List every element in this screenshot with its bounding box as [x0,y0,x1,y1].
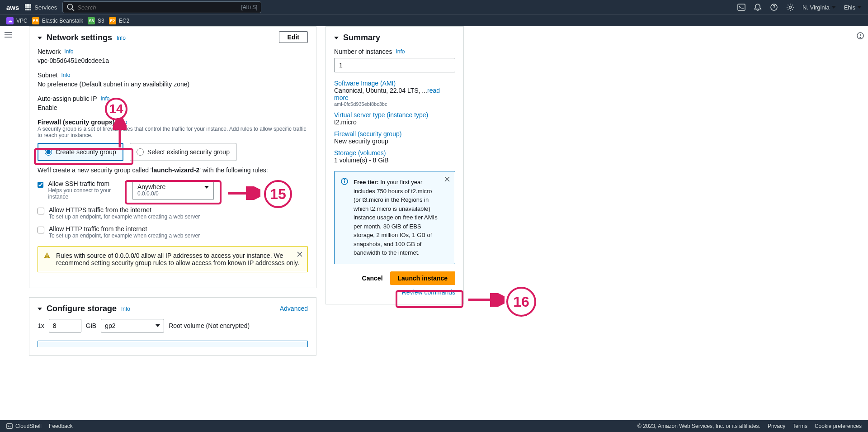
elastic-beanstalk-icon: EB [32,17,39,24]
network-field-info-link[interactable]: Info [64,48,73,55]
search-shortcut: [Alt+S] [241,4,258,10]
allow-http-sublabel: To set up an endpoint, for example when … [49,233,200,239]
storage-value: 1 volume(s) - 8 GiB [334,157,455,164]
terms-link[interactable]: Terms [793,423,807,429]
cancel-button[interactable]: Cancel [362,275,383,282]
allow-ssh-checkbox[interactable] [38,181,43,188]
s3-icon: S3 [88,17,95,24]
svg-rect-2 [29,4,31,6]
aws-logo[interactable]: aws [6,4,19,11]
num-instances-label: Number of instances [334,48,392,55]
ssh-source-line1: Anywhere [137,183,209,190]
instance-type-label[interactable]: Virtual server type (instance type) [334,111,455,119]
feedback-link[interactable]: Feedback [49,423,73,429]
region-selector[interactable]: N. Virginia [802,4,836,11]
firewall-info-link[interactable]: Info [118,119,127,125]
ami-value: Canonical, Ubuntu, 22.04 LTS, ...read mo… [334,87,455,101]
select-existing-security-group-option[interactable]: Select existing security group [130,143,236,161]
ami-id: ami-0fc5d935ebf8bc3bc [334,101,455,107]
chevron-down-icon [156,324,160,327]
firewall-label[interactable]: Firewall (security group) [334,130,455,138]
review-commands-link[interactable]: Review commands [402,289,455,296]
launch-instance-button[interactable]: Launch instance [390,271,455,285]
edit-network-button[interactable]: Edit [279,31,308,43]
close-warning-button[interactable] [297,251,303,257]
vpc-icon: ☁ [6,17,14,24]
allow-http-checkbox[interactable] [38,227,44,233]
advanced-storage-link[interactable]: Advanced [280,305,308,312]
select-sg-radio[interactable] [137,148,144,156]
create-sg-label: Create security group [56,148,116,156]
cloudshell-icon[interactable] [737,3,745,11]
network-value: vpc-0b5d6451e0dcdee1a [38,57,308,64]
storage-prefix: 1x [38,322,44,329]
chevron-down-icon [831,6,836,9]
svg-rect-8 [29,9,31,10]
cookie-preferences-link[interactable]: Cookie preferences [815,423,862,429]
instance-type-value: t2.micro [334,119,455,126]
help-icon[interactable] [770,3,778,11]
num-instances-input[interactable] [334,58,455,72]
allow-https-checkbox[interactable] [38,208,44,214]
right-drawer-toggle[interactable] [852,26,868,420]
svg-rect-5 [29,6,31,8]
create-sg-radio[interactable] [45,148,52,156]
storage-type-select[interactable]: gp2 [101,319,164,332]
svg-rect-3 [25,6,27,8]
favorite-s3[interactable]: S3S3 [88,17,104,24]
svg-rect-0 [25,4,27,6]
network-settings-heading: Network settings [47,33,112,43]
services-menu-button[interactable]: Services [24,4,57,11]
svg-rect-30 [7,424,12,429]
storage-unit: GiB [86,322,96,329]
configure-storage-heading: Configure storage [47,304,117,313]
ssh-source-line2: 0.0.0.0/0 [137,190,209,197]
ssh-source-select[interactable]: Anywhere 0.0.0.0/0 [132,180,214,200]
storage-type-value: gp2 [105,322,115,329]
num-instances-info-link[interactable]: Info [396,48,405,55]
network-info-link[interactable]: Info [117,35,126,41]
allow-ssh-label: Allow SSH traffic from [48,180,123,187]
favorite-elastic-beanstalk[interactable]: EBElastic Beanstalk [32,17,83,24]
storage-info-banner-partial [38,341,308,347]
sg-note: We'll create a new security group called… [38,166,308,174]
left-drawer-toggle[interactable] [0,26,16,420]
copyright-text: © 2023, Amazon Web Services, Inc. or its… [637,423,760,429]
storage-size-input[interactable] [49,319,81,332]
free-tier-text: In your first year includes 750 hours of… [354,179,438,256]
search-icon [66,3,75,11]
search-input[interactable] [77,4,238,11]
svg-line-10 [72,9,75,11]
cloudshell-footer-link[interactable]: CloudShell [6,423,42,429]
svg-point-21 [344,180,345,180]
global-search[interactable]: [Alt+S] [62,1,261,13]
storage-label[interactable]: Storage (volumes) [334,149,455,157]
collapse-icon[interactable] [38,37,42,39]
autoip-info-link[interactable]: Info [101,95,110,102]
settings-icon[interactable] [786,3,794,11]
svg-point-9 [67,4,72,9]
allow-http-label: Allow HTTP traffic from the internet [49,225,200,233]
close-free-tier-button[interactable] [444,176,450,182]
collapse-icon[interactable] [38,308,42,310]
ec2-icon: E2 [109,17,116,24]
subnet-info-link[interactable]: Info [61,72,70,78]
autoip-value: Enable [38,104,308,111]
collapse-icon[interactable] [334,37,339,39]
notifications-icon[interactable] [754,3,762,11]
favorites-bar: ☁VPC EBElastic Beanstalk S3S3 E2EC2 [0,14,868,26]
svg-rect-11 [738,4,745,10]
favorite-vpc[interactable]: ☁VPC [6,17,28,24]
ami-label[interactable]: Software Image (AMI) [334,80,455,87]
account-menu[interactable]: Ehis [844,4,862,11]
favorite-ec2[interactable]: E2EC2 [109,17,129,24]
storage-suffix: Root volume (Not encrypted) [169,322,250,329]
storage-info-link[interactable]: Info [121,306,130,312]
privacy-link[interactable]: Privacy [768,423,785,429]
footer: CloudShell Feedback © 2023, Amazon Web S… [0,420,868,432]
subnet-value: No preference (Default subnet in any ava… [38,81,308,88]
open-access-warning: Rules with source of 0.0.0.0/0 allow all… [38,246,308,272]
create-security-group-option[interactable]: Create security group [38,143,123,161]
warning-icon [43,252,51,259]
free-tier-bold: Free tier: [354,179,379,185]
